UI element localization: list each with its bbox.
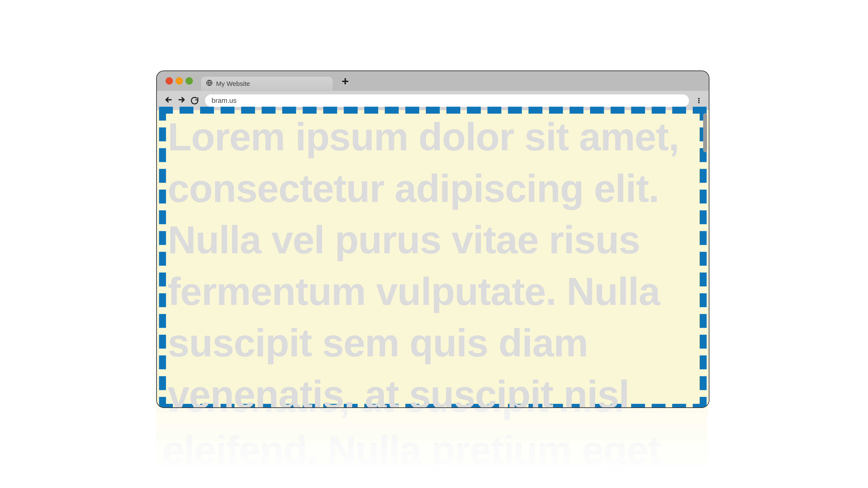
dashed-viewport-outline: Lorem ipsum dolor sit amet, consectetur …	[159, 107, 707, 408]
page-viewport[interactable]: Lorem ipsum dolor sit amet, consectetur …	[157, 110, 709, 407]
page-body-text: Lorem ipsum dolor sit amet, consectetur …	[168, 111, 700, 408]
forward-button[interactable]	[177, 95, 186, 106]
zoom-window-button[interactable]	[185, 77, 193, 85]
new-tab-button[interactable]: +	[342, 74, 349, 88]
tab-title: My Website	[216, 80, 250, 88]
tab-bar: My Website +	[157, 71, 709, 91]
browser-tab[interactable]: My Website	[201, 76, 333, 91]
browser-menu-button[interactable]	[693, 98, 703, 103]
window-controls	[165, 77, 193, 85]
reload-button[interactable]	[190, 96, 199, 105]
scrollbar-thumb[interactable]	[703, 113, 707, 152]
url-text: bram.us	[212, 97, 237, 104]
close-window-button[interactable]	[165, 77, 173, 85]
minimize-window-button[interactable]	[176, 77, 183, 85]
browser-window: My Website + bram.us Lorem ipsum dolor s…	[156, 70, 709, 408]
globe-icon	[206, 79, 213, 88]
back-button[interactable]	[164, 95, 173, 106]
address-bar[interactable]: bram.us	[205, 94, 689, 107]
